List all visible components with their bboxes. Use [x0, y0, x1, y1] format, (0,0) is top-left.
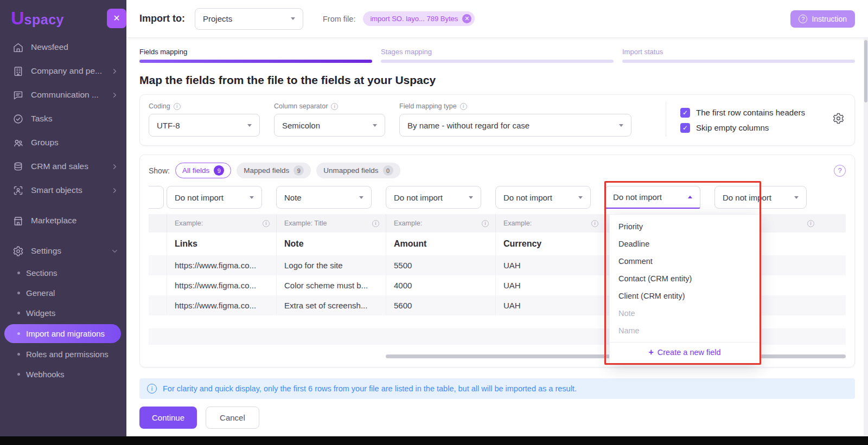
bullet-dot [17, 353, 20, 356]
sidebar: Uspacy ✕ Newsfeed Company and pe... Comm… [0, 0, 126, 445]
step-import-status[interactable]: Import status [622, 48, 855, 63]
sidebar-item-smart-objects[interactable]: Smart objects [0, 178, 126, 202]
file-chip: import SO. layo... 789 Bytes ✕ [363, 11, 475, 26]
field-select-6[interactable]: Do not import [714, 186, 807, 209]
remove-file-icon[interactable]: ✕ [462, 14, 471, 23]
field-dropdown-menu: Priority Deadline Comment Contact (CRM e… [609, 214, 760, 363]
separator-field: Column separatori Semicolon [274, 101, 385, 137]
field-select-4[interactable]: Do not import [495, 186, 591, 209]
chevron-down-icon [373, 124, 377, 127]
bullet-dot [17, 292, 20, 294]
chevron-down-icon [291, 17, 295, 20]
sidebar-item-communication[interactable]: Communication ... [0, 83, 126, 107]
chevron-down-icon [250, 196, 254, 199]
sidebar-close-button[interactable]: ✕ [107, 9, 126, 28]
dropdown-item-contact[interactable]: Contact (CRM entity) [610, 270, 760, 287]
bullet-dot [17, 272, 20, 274]
close-icon: ✕ [113, 13, 120, 23]
chevron-down-icon [469, 196, 473, 199]
dropdown-item-client[interactable]: Client (CRM entity) [610, 287, 760, 305]
filter-mapped-fields[interactable]: Mapped fields 9 [237, 163, 311, 178]
dropdown-item-comment[interactable]: Comment [610, 253, 760, 270]
step-fields-mapping[interactable]: Fields mapping [139, 48, 372, 63]
info-icon: i [482, 220, 489, 227]
wizard-steps: Fields mapping Stages mapping Import sta… [126, 38, 868, 63]
question-icon: ? [799, 15, 807, 23]
create-new-field-button[interactable]: + Create a new field [610, 342, 760, 363]
filter-unmapped-fields[interactable]: Unmapped fields 0 [316, 163, 400, 178]
mapping-type-select[interactable]: By name - without regard for case [399, 114, 631, 137]
count-badge: 0 [383, 165, 393, 176]
import-target-select[interactable]: Projects [195, 8, 303, 30]
checkbox-checked-icon: ✓ [680, 108, 690, 118]
first-row-headers-checkbox[interactable]: ✓ The first row contains headers [680, 108, 805, 118]
users-icon [12, 137, 24, 149]
sidebar-item-crm[interactable]: CRM and sales [0, 154, 126, 178]
dropdown-item-note: Note [610, 305, 760, 322]
import-to-label: Import to: [139, 13, 185, 24]
footer-actions: Continue Cancel [139, 407, 855, 429]
info-icon: i [174, 103, 181, 110]
progress-bar [381, 60, 614, 63]
logo-text: spacy [24, 12, 64, 28]
filter-all-fields[interactable]: All fields 9 [175, 163, 231, 178]
checkbox-checked-icon: ✓ [680, 123, 690, 133]
cancel-button[interactable]: Cancel [206, 407, 259, 429]
sidebar-item-groups[interactable]: Groups [0, 131, 126, 154]
uspacy-logo: Uspacy [11, 8, 64, 29]
skip-empty-columns-checkbox[interactable]: ✓ Skip empty columns [680, 123, 805, 133]
field-select-5-open[interactable]: Do not import [605, 186, 700, 209]
sidebar-subitem-sections[interactable]: Sections [0, 263, 126, 283]
import-header: Import to: Projects From file: import SO… [126, 0, 868, 38]
vertical-scrollbar-thumb[interactable] [864, 40, 867, 102]
page-title: Map the fields from the file to the fiel… [126, 63, 868, 87]
bullet-dot [17, 373, 20, 376]
logo-u: U [11, 8, 24, 29]
sidebar-item-settings[interactable]: Settings [0, 239, 126, 263]
gear-icon [832, 112, 845, 126]
sidebar-item-company[interactable]: Company and pe... [0, 59, 126, 83]
sidebar-subitem-roles-and-permissions[interactable]: Roles and permissions [0, 344, 126, 364]
gear-icon [12, 245, 24, 257]
chevron-right-icon [111, 67, 119, 75]
field-select-partial[interactable] [149, 186, 164, 209]
info-icon: i [807, 220, 814, 227]
cut-column [149, 186, 167, 209]
progress-bar [622, 60, 855, 63]
coins-icon [12, 160, 24, 172]
info-icon: i [263, 220, 270, 227]
separator-select[interactable]: Semicolon [274, 114, 385, 137]
count-badge: 9 [293, 165, 304, 176]
info-icon: i [331, 103, 338, 110]
help-icon[interactable]: ? [834, 165, 846, 177]
instruction-button[interactable]: ? Instruction [790, 10, 855, 28]
step-stages-mapping[interactable]: Stages mapping [381, 48, 614, 63]
fields-mapping-card: Show: All fields 9 Mapped fields 9 Unmap… [139, 154, 855, 367]
sidebar-item-marketplace[interactable]: Marketplace [0, 209, 126, 233]
field-select-1[interactable]: Do not import [167, 186, 262, 209]
main-content: Import to: Projects From file: import SO… [126, 0, 868, 445]
field-select-3[interactable]: Do not import [386, 186, 481, 209]
sidebar-item-newsfeed[interactable]: Newsfeed [0, 35, 126, 59]
continue-button[interactable]: Continue [139, 407, 197, 429]
coding-select[interactable]: UTF-8 [149, 114, 260, 137]
count-badge: 9 [214, 165, 224, 176]
chevron-down-icon [359, 196, 363, 199]
sidebar-subitem-general[interactable]: General [0, 283, 126, 303]
sidebar-subitem-webhooks[interactable]: Webhooks [0, 364, 126, 384]
info-icon: i [147, 384, 157, 394]
sidebar-subitem-widgets[interactable]: Widgets [0, 303, 126, 323]
chevron-down-icon [247, 124, 252, 127]
chevron-up-icon [688, 196, 692, 198]
chevron-right-icon [111, 91, 119, 99]
field-select-2[interactable]: Note [276, 186, 372, 209]
dropdown-item-priority[interactable]: Priority [610, 218, 760, 235]
table-settings-button[interactable] [832, 112, 845, 126]
sidebar-item-tasks[interactable]: Tasks [0, 107, 126, 131]
filter-row: Show: All fields 9 Mapped fields 9 Unmap… [149, 163, 846, 178]
sidebar-subitem-import-and-migrations[interactable]: Import and migrations [4, 324, 121, 343]
bullet-dot [17, 312, 20, 314]
dropdown-item-deadline[interactable]: Deadline [610, 235, 760, 253]
show-label: Show: [149, 166, 170, 175]
chevron-down-icon [111, 247, 119, 255]
